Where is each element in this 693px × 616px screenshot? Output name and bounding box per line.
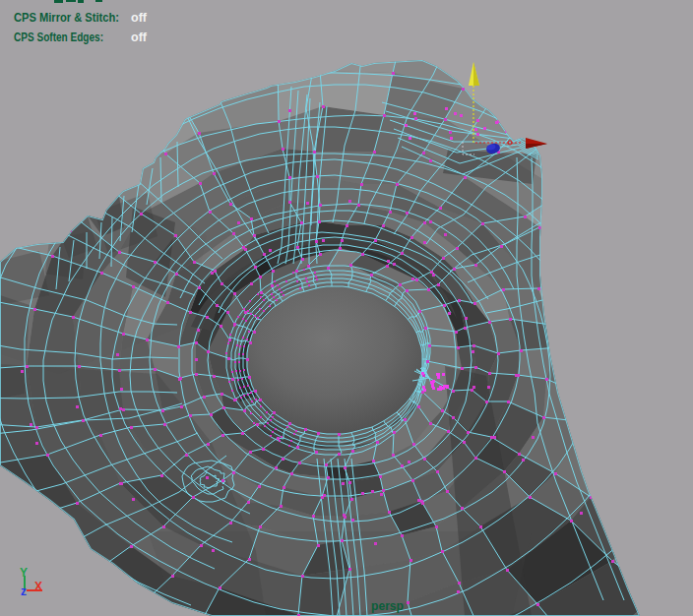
svg-text:z: z [21,585,27,598]
svg-text:off: off [131,10,148,25]
svg-text:Y: Y [20,566,28,580]
svg-text:persp: persp [371,598,404,613]
svg-text:CPS Mirror & Stitch:: CPS Mirror & Stitch: [14,10,119,25]
svg-text:X: X [34,580,42,593]
svg-text:off: off [131,30,148,44]
svg-text:CPS Soften Edges:: CPS Soften Edges: [14,30,103,44]
